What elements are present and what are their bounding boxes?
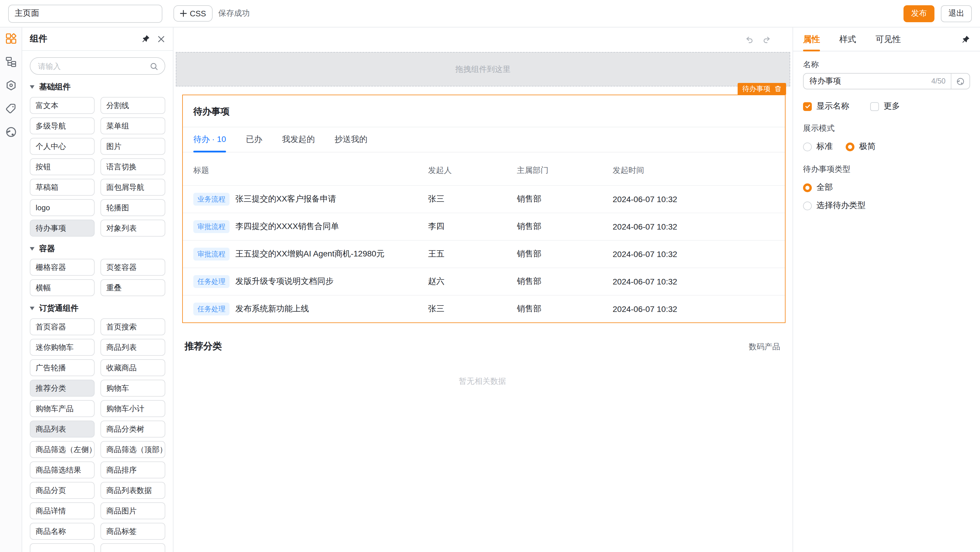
component-item[interactable]: 商品分页 — [30, 482, 95, 499]
component-item[interactable]: 推荐分类 — [30, 380, 95, 397]
component-item[interactable]: 菜单组 — [100, 118, 165, 134]
component-item[interactable]: 收藏商品 — [100, 359, 165, 376]
todo-list-component[interactable]: 待办事项 待办 · 10已办我发起的抄送我的 标题发起人主属部门发起时间 业务流… — [182, 95, 786, 323]
tree-outline-icon[interactable] — [5, 56, 17, 68]
component-item[interactable]: 迷你购物车 — [30, 339, 95, 356]
component-item[interactable]: 多级导航 — [30, 118, 95, 134]
selection-tag-label: 待办事项 — [742, 84, 770, 94]
todo-row[interactable]: 业务流程张三提交的XX客户报备申请张三销售部2024-06-07 10:32 — [183, 185, 785, 213]
pin-icon[interactable] — [961, 27, 970, 51]
component-item[interactable]: 商品筛选（左侧） — [30, 441, 95, 458]
radio-option[interactable]: 全部 — [803, 182, 970, 193]
component-item[interactable]: 商品图片 — [100, 502, 165, 519]
component-item[interactable]: 商品列表 — [30, 421, 95, 437]
component-item[interactable]: 购物车产品 — [30, 400, 95, 417]
components-icon[interactable] — [5, 33, 17, 45]
column-header: 主属部门 — [517, 165, 612, 176]
component-item[interactable]: 商品标签 — [100, 523, 165, 540]
radio-label: 极简 — [859, 142, 875, 152]
search-icon[interactable] — [150, 62, 158, 70]
page-title-input[interactable] — [8, 5, 162, 22]
component-item[interactable]: 图片 — [100, 138, 165, 155]
section-header[interactable]: 基础组件 — [30, 82, 165, 92]
radio-option[interactable]: 选择待办类型 — [803, 200, 970, 211]
section-header[interactable]: 订货通组件 — [30, 303, 165, 314]
panel-tab[interactable]: 属性 — [803, 27, 820, 51]
section-header[interactable]: 容器 — [30, 243, 165, 254]
delete-icon[interactable] — [775, 85, 781, 92]
todo-row-time: 2024-06-07 10:32 — [612, 194, 775, 204]
todo-row[interactable]: 任务处理发版升级专项说明文档同步赵六销售部2024-06-07 10:32 — [183, 267, 785, 295]
component-item[interactable]: 首页搜索 — [100, 318, 165, 335]
todo-row[interactable]: 任务处理发布系统新功能上线张三销售部2024-06-07 10:32 — [183, 295, 785, 323]
component-item[interactable] — [30, 543, 95, 552]
component-item[interactable]: 商品筛选结果 — [30, 461, 95, 479]
component-item[interactable]: 广告轮播 — [30, 359, 95, 376]
component-item[interactable]: 商品列表数据 — [100, 482, 165, 499]
tag-icon[interactable] — [5, 103, 17, 115]
todo-row[interactable]: 审批流程李四提交的XXXX销售合同单李四销售部2024-06-07 10:32 — [183, 213, 785, 240]
exit-button[interactable]: 退出 — [941, 5, 972, 22]
search-input[interactable] — [37, 61, 145, 71]
i18n-globe-icon[interactable] — [951, 77, 969, 86]
component-item[interactable]: 面包屑导航 — [100, 179, 165, 196]
todo-tabs: 待办 · 10已办我发起的抄送我的 — [183, 127, 785, 153]
add-css-button[interactable]: CSS — [173, 5, 213, 22]
component-item[interactable]: 个人中心 — [30, 138, 95, 155]
component-item[interactable]: 商品名称 — [30, 523, 95, 540]
checkbox-option[interactable]: 更多 — [870, 101, 900, 111]
pin-icon[interactable] — [142, 35, 150, 43]
component-item[interactable]: 对象列表 — [100, 220, 165, 237]
todo-tab[interactable]: 抄送我的 — [335, 127, 368, 152]
component-item[interactable]: 商品筛选（顶部） — [100, 441, 165, 458]
todo-tab[interactable]: 待办 · 10 — [193, 127, 226, 152]
component-item[interactable]: 购物车 — [100, 380, 165, 397]
todo-row-dept: 销售部 — [517, 276, 612, 287]
component-item[interactable]: 富文本 — [30, 97, 95, 114]
component-item[interactable]: 购物车小计 — [100, 400, 165, 417]
checkbox-option[interactable]: 显示名称 — [803, 101, 849, 111]
redo-icon[interactable] — [762, 35, 772, 45]
component-item[interactable]: 横幅 — [30, 279, 95, 296]
name-input[interactable] — [803, 77, 931, 86]
panel-tabs: 属性样式可见性 — [793, 27, 980, 51]
component-item[interactable]: 分割线 — [100, 97, 165, 114]
drop-zone[interactable]: 拖拽组件到这里 — [176, 52, 790, 86]
component-item[interactable]: 轮播图 — [100, 199, 165, 216]
todo-row-initiator: 王五 — [428, 249, 517, 259]
close-icon[interactable] — [157, 35, 165, 43]
component-item[interactable]: 栅格容器 — [30, 259, 95, 276]
component-item[interactable]: logo — [30, 199, 95, 216]
radio-option[interactable]: 极简 — [846, 142, 875, 152]
radio-option[interactable]: 标准 — [803, 142, 833, 152]
recommend-corner-label[interactable]: 数码产品 — [749, 342, 780, 352]
component-item[interactable]: 重叠 — [100, 279, 165, 296]
component-item[interactable] — [100, 543, 165, 552]
publish-button[interactable]: 发布 — [904, 5, 934, 22]
todo-table-header: 标题发起人主属部门发起时间 — [183, 153, 785, 185]
panel-tab[interactable]: 可见性 — [875, 27, 901, 51]
component-item[interactable]: 商品详情 — [30, 502, 95, 519]
flow-type-badge: 任务处理 — [193, 302, 229, 315]
panel-tab[interactable]: 样式 — [839, 27, 856, 51]
todo-row-title: 发版升级专项说明文档同步 — [235, 276, 334, 287]
component-item[interactable]: 待办事项 — [30, 220, 95, 237]
component-section: 订货通组件首页容器首页搜索迷你购物车商品列表广告轮播收藏商品推荐分类购物车购物车… — [30, 303, 165, 540]
component-item[interactable]: 商品排序 — [100, 461, 165, 479]
todo-tab[interactable]: 我发起的 — [282, 127, 315, 152]
component-item[interactable]: 商品分类树 — [100, 421, 165, 437]
todo-row-title: 王五提交的XX增购AI Agent商机-12980元 — [235, 249, 384, 259]
settings-hexagon-icon[interactable] — [5, 80, 17, 91]
component-item[interactable]: 商品列表 — [100, 339, 165, 356]
undo-icon[interactable] — [745, 35, 754, 45]
todo-tab[interactable]: 已办 — [246, 127, 262, 152]
component-item[interactable]: 按钮 — [30, 158, 95, 175]
component-item[interactable]: 页签容器 — [100, 259, 165, 276]
component-item[interactable]: 语言切换 — [100, 158, 165, 175]
component-item[interactable]: 首页容器 — [30, 318, 95, 335]
globe-icon[interactable] — [5, 126, 17, 138]
component-item[interactable]: 草稿箱 — [30, 179, 95, 196]
todo-row[interactable]: 审批流程王五提交的XX增购AI Agent商机-12980元王五销售部2024-… — [183, 240, 785, 267]
radio-label: 全部 — [816, 182, 833, 193]
todo-row-title: 张三提交的XX客户报备申请 — [235, 194, 336, 204]
